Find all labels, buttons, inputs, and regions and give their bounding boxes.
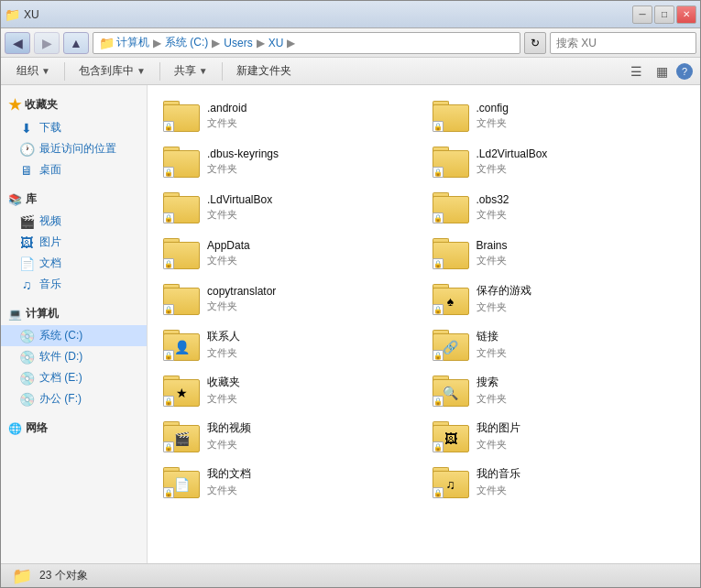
breadcrumb-item-users[interactable]: Users <box>224 37 252 49</box>
file-item-searches[interactable]: 🔍 🔒 搜索 文件夹 <box>424 367 694 413</box>
lock-icon: 🔒 <box>163 212 174 223</box>
share-button[interactable]: 共享 ▼ <box>166 60 216 82</box>
library-label: 库 <box>26 191 37 207</box>
folder-icon: ♫ 🔒 <box>433 465 469 498</box>
computer-label: 计算机 <box>26 306 59 321</box>
sidebar-header-network[interactable]: 🌐 网络 <box>1 417 147 440</box>
new-folder-button[interactable]: 新建文件夹 <box>228 60 300 82</box>
maximize-button[interactable]: □ <box>654 5 674 24</box>
include-chevron: ▼ <box>137 66 146 76</box>
sidebar-item-d-drive[interactable]: 💿 软件 (D:) <box>1 346 147 367</box>
file-type: 文件夹 <box>207 254 250 267</box>
favorites-label: 收藏夹 <box>25 97 58 113</box>
folder-special-icon: ★ <box>176 386 188 400</box>
toolbar-separator-2 <box>159 62 160 81</box>
sidebar-item-recent[interactable]: 🕐 最近访问的位置 <box>1 138 147 159</box>
minimize-button[interactable]: ─ <box>632 5 652 24</box>
file-type: 文件夹 <box>207 208 272 222</box>
file-item-ldvirtualbox[interactable]: 🔒 .LdVirtualBox 文件夹 <box>155 184 424 230</box>
view-options-button[interactable]: ☰ <box>625 61 647 82</box>
file-info: 保存的游戏 文件夹 <box>476 283 531 314</box>
sidebar-item-label: 文档 <box>39 256 61 271</box>
share-chevron: ▼ <box>199 66 208 76</box>
sidebar-item-f-drive[interactable]: 💿 办公 (F:) <box>1 388 147 409</box>
breadcrumb-item-xu[interactable]: XU <box>268 37 284 49</box>
file-item-links[interactable]: 🔗 🔒 链接 文件夹 <box>424 321 694 367</box>
organize-button[interactable]: 组织 ▼ <box>8 60 59 82</box>
folder-special-icon: 📄 <box>174 477 190 492</box>
title-bar: 📁 XU ─ □ ✕ <box>1 1 700 28</box>
close-button[interactable]: ✕ <box>676 5 696 24</box>
file-item-favorites2[interactable]: ★ 🔒 收藏夹 文件夹 <box>155 367 424 413</box>
file-item-brains[interactable]: 🔒 Brains 文件夹 <box>424 230 694 276</box>
sidebar-section-computer: 💻 计算机 💿 系统 (C:) 💿 软件 (D:) 💿 文档 (E:) 💿 <box>1 302 147 409</box>
folder-icon: 🔒 <box>163 99 200 132</box>
sidebar-item-video[interactable]: 🎬 视频 <box>1 211 147 232</box>
file-info: 我的文档 文件夹 <box>207 466 251 497</box>
forward-button[interactable]: ▶ <box>34 32 60 54</box>
file-item-contacts[interactable]: 👤 🔒 联系人 文件夹 <box>155 321 424 367</box>
file-item-saved-games[interactable]: ♠ 🔒 保存的游戏 文件夹 <box>424 276 694 321</box>
file-type: 文件夹 <box>207 484 251 497</box>
file-item-my-pictures[interactable]: 🖼 🔒 我的图片 文件夹 <box>424 413 694 459</box>
file-item-dbus-keyrings[interactable]: 🔒 .dbus-keyrings 文件夹 <box>155 138 424 184</box>
help-button[interactable]: ? <box>676 63 693 80</box>
back-button[interactable]: ◀ <box>5 32 30 54</box>
file-item-my-videos[interactable]: 🎬 🔒 我的视频 文件夹 <box>155 413 424 459</box>
file-name: .android <box>207 102 246 114</box>
sidebar-item-e-drive[interactable]: 💿 文档 (E:) <box>1 367 147 388</box>
folder-icon: 🔒 <box>433 191 469 223</box>
breadcrumb-item[interactable]: 计算机 <box>116 35 149 50</box>
lock-icon: 🔒 <box>163 304 174 315</box>
details-view-button[interactable]: ▦ <box>651 61 673 82</box>
file-name: 链接 <box>476 329 507 344</box>
breadcrumb-item-c[interactable]: 系统 (C:) <box>165 35 208 50</box>
file-item-copytranslator[interactable]: 🔒 copytranslator 文件夹 <box>155 276 424 321</box>
search-input[interactable] <box>551 37 696 49</box>
file-type: 文件夹 <box>476 484 520 497</box>
file-item-my-docs[interactable]: 📄 🔒 我的文档 文件夹 <box>155 459 424 505</box>
file-item-my-music[interactable]: ♫ 🔒 我的音乐 文件夹 <box>424 459 694 505</box>
sidebar-header-favorites[interactable]: ★ 收藏夹 <box>1 93 147 117</box>
file-type: 文件夹 <box>476 116 509 130</box>
star-icon: ★ <box>8 96 21 114</box>
lock-icon: 🔒 <box>433 487 444 498</box>
sidebar-header-computer[interactable]: 💻 计算机 <box>1 302 147 325</box>
documents-icon: 📄 <box>19 256 34 271</box>
refresh-button[interactable]: ↻ <box>524 32 546 54</box>
file-info: 联系人 文件夹 <box>207 329 240 360</box>
include-library-button[interactable]: 包含到库中 ▼ <box>71 60 154 82</box>
file-item-ld2virtualbox[interactable]: 🔒 .Ld2VirtualBox 文件夹 <box>424 138 694 184</box>
file-item-obs32[interactable]: 🔒 .obs32 文件夹 <box>424 184 694 230</box>
file-info: .Ld2VirtualBox 文件夹 <box>476 147 548 176</box>
share-label: 共享 <box>174 63 196 79</box>
up-button[interactable]: ▲ <box>63 32 89 54</box>
sidebar-item-desktop[interactable]: 🖥 桌面 <box>1 159 147 180</box>
e-drive-icon: 💿 <box>19 371 34 386</box>
sidebar-item-music[interactable]: ♫ 音乐 <box>1 274 147 295</box>
file-item-appdata[interactable]: 🔒 AppData 文件夹 <box>155 230 424 276</box>
f-drive-icon: 💿 <box>19 392 34 407</box>
file-item-android[interactable]: 🔒 .android 文件夹 <box>155 93 424 138</box>
sidebar-item-images[interactable]: 🖼 图片 <box>1 232 147 253</box>
file-type: 文件夹 <box>207 299 276 313</box>
file-type: 文件夹 <box>476 162 548 176</box>
file-item-config[interactable]: 🔒 .config 文件夹 <box>424 93 694 138</box>
sidebar-item-label: 下载 <box>39 120 61 136</box>
main-area: ★ 收藏夹 ⬇ 下载 🕐 最近访问的位置 🖥 桌面 <box>1 85 700 563</box>
file-type: 文件夹 <box>207 162 279 176</box>
sidebar-item-label: 文档 (E:) <box>39 370 82 386</box>
file-info: .dbus-keyrings 文件夹 <box>207 147 279 176</box>
folder-icon-small: 📁 <box>99 36 115 50</box>
file-info: 我的音乐 文件夹 <box>476 466 520 497</box>
sidebar-item-download[interactable]: ⬇ 下载 <box>1 117 147 138</box>
lock-icon: 🔒 <box>163 350 174 361</box>
lock-icon: 🔒 <box>163 121 174 132</box>
file-info: 我的图片 文件夹 <box>476 420 520 452</box>
sidebar-item-c-drive[interactable]: 💿 系统 (C:) <box>1 325 147 346</box>
sidebar-item-documents[interactable]: 📄 文档 <box>1 253 147 274</box>
toolbar: 组织 ▼ 包含到库中 ▼ 共享 ▼ 新建文件夹 ☰ ▦ ? <box>1 58 700 85</box>
sidebar-header-library[interactable]: 📚 库 <box>1 188 147 211</box>
title-bar-left: 📁 XU <box>5 7 39 22</box>
file-type: 文件夹 <box>207 392 240 406</box>
